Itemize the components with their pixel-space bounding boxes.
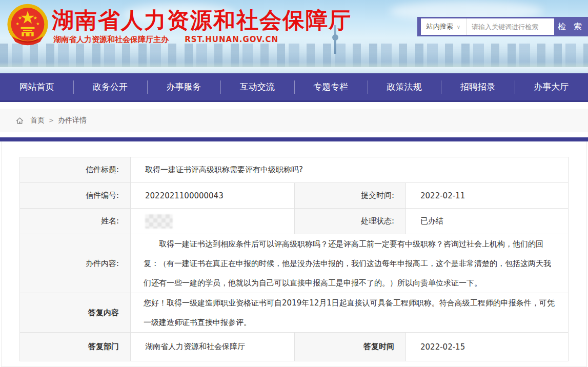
search-scope-label: 站内搜索 <box>427 22 453 31</box>
skyline-decoration <box>0 44 588 68</box>
content-value-cell: 取得一建证书达到相应条件后可以评高级职称吗？还是评高工前一定要有中级职称？咨询过… <box>131 234 569 293</box>
letter-number-label: 信件编号: <box>20 183 131 209</box>
national-emblem-logo[interactable]: ★ ★ ★ ★ <box>5 2 51 50</box>
name-label: 姓名: <box>20 209 131 234</box>
status-value: 已办结 <box>406 209 569 234</box>
reply-time-label: 答复时间 <box>295 333 406 361</box>
breadcrumb-separator: > <box>49 117 54 124</box>
breadcrumb-current: 办件详情 <box>58 116 87 125</box>
site-header: ★ ★ ★ ★ 湖南省人力资源和社会保障厅 湖南省人力资源和社会保障厅主办 RS… <box>0 0 588 73</box>
reply-dept-label: 答复部门 <box>20 333 131 361</box>
status-label: 处理状态: <box>295 209 406 234</box>
chevron-down-icon: ∨ <box>457 24 460 30</box>
letter-number-value: 2022021100000043 <box>131 183 295 209</box>
nav-item-interaction[interactable]: 互动交流 <box>220 73 294 100</box>
site-title: 湖南省人力资源和社会保障厅 <box>52 6 352 35</box>
submit-time-value: 2022-02-11 <box>406 183 569 209</box>
content-label: 办件内容: <box>20 234 131 293</box>
redacted-name <box>145 214 173 229</box>
table-row: 答复内容 您好！取得一级建造师职业资格证书可自2019年12月1日起直接认可具备… <box>20 293 569 333</box>
svg-text:★: ★ <box>36 21 39 26</box>
site-host-label: 湖南省人力资源和社会保障厅主办 <box>53 35 169 44</box>
content-value: 取得一建证书达到相应条件后可以评高级职称吗？还是评高工前一定要有中级职称？咨询过… <box>144 234 558 293</box>
reply-content-label: 答复内容 <box>20 293 131 333</box>
nav-item-special-topics[interactable]: 专题专栏 <box>294 73 368 100</box>
reply-time-value: 2022-02-15 <box>406 333 569 361</box>
svg-text:★: ★ <box>16 21 19 26</box>
table-row: 信件编号: 2022021100000043 提交时间: 2022-02-11 <box>20 183 569 209</box>
table-row: 答复部门 湖南省人力资源和社会保障厅 答复时间 2022-02-15 <box>20 333 569 361</box>
table-row: 姓名: 处理状态: 已办结 <box>20 209 569 234</box>
letter-title-value: 取得一建证书评高级职称需要评有中级职称吗? <box>131 157 569 183</box>
search-button[interactable]: 检 索 <box>554 17 588 36</box>
svg-text:★: ★ <box>18 15 22 21</box>
name-value-cell <box>131 209 295 234</box>
nav-item-services[interactable]: 办事服务 <box>147 73 220 100</box>
table-row: 信件标题: 取得一建证书评高级职称需要评有中级职称吗? <box>20 157 569 183</box>
submit-time-label: 提交时间: <box>295 183 406 209</box>
svg-text:★: ★ <box>33 15 37 21</box>
letter-detail-panel: 信件标题: 取得一建证书评高级职称需要评有中级职称吗? 信件编号: 202202… <box>1 141 587 367</box>
nav-item-recruitment[interactable]: 招聘招录 <box>441 73 514 100</box>
section-divider-bar <box>0 137 588 141</box>
site-search: 站内搜索 ∨ 检 索 <box>417 17 588 36</box>
nav-item-service-hall[interactable]: 办事大厅 <box>515 73 588 100</box>
river-decoration <box>0 67 588 73</box>
reply-content-value: 您好！取得一级建造师职业资格证书可自2019年12月1日起直接认可具备工程师职称… <box>144 293 558 332</box>
home-icon[interactable] <box>15 116 24 125</box>
search-input[interactable] <box>467 18 554 35</box>
main-nav: 网站首页 政务公开 办事服务 互动交流 专题专栏 政策法规 招聘招录 办事大厅 <box>0 73 588 102</box>
table-row: 办件内容: 取得一建证书达到相应条件后可以评高级职称吗？还是评高工前一定要有中级… <box>20 234 569 293</box>
search-scope-select[interactable]: 站内搜索 ∨ <box>421 18 467 35</box>
breadcrumb-home-link[interactable]: 首页 <box>30 116 45 125</box>
nav-item-home[interactable]: 网站首页 <box>0 73 73 100</box>
nav-item-gov-affairs[interactable]: 政务公开 <box>73 73 147 100</box>
site-url: RST.HUNAN.GOV.CN <box>185 35 278 44</box>
letter-detail-table: 信件标题: 取得一建证书评高级职称需要评有中级职称吗? 信件编号: 202202… <box>19 157 569 361</box>
nav-item-policies[interactable]: 政策法规 <box>368 73 441 100</box>
site-subtitle: 湖南省人力资源和社会保障厅主办 RST.HUNAN.GOV.CN <box>53 35 278 45</box>
letter-title-label: 信件标题: <box>20 157 131 183</box>
reply-content-cell: 您好！取得一级建造师职业资格证书可自2019年12月1日起直接认可具备工程师职称… <box>131 293 569 333</box>
breadcrumb: 首页 > 办件详情 <box>0 109 588 132</box>
reply-dept-value: 湖南省人力资源和社会保障厅 <box>131 333 295 361</box>
